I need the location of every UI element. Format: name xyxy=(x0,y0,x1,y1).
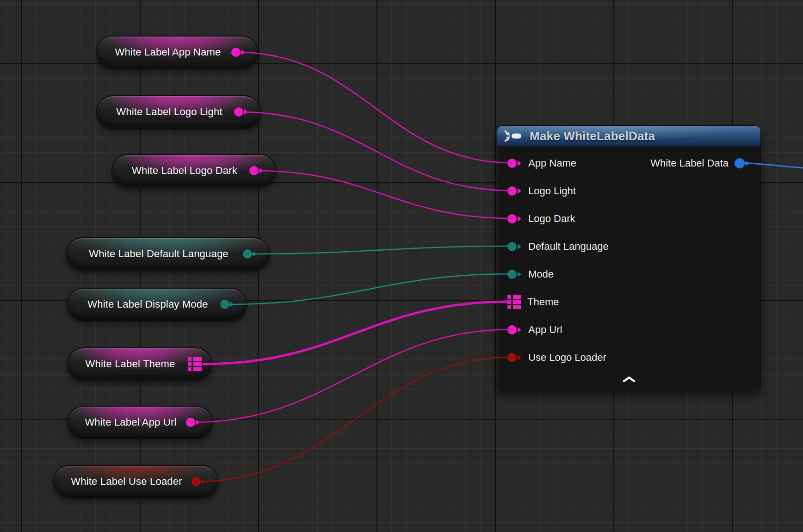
pin-row: App Url xyxy=(497,316,760,344)
variable-node-white-label-theme[interactable]: White Label Theme xyxy=(67,347,212,381)
pin-row: Use Logo Loader xyxy=(497,344,760,371)
input-pin-enum-icon[interactable] xyxy=(507,241,522,252)
input-pin-string-icon[interactable] xyxy=(507,158,522,168)
variable-node-label: White Label Logo Dark xyxy=(132,165,237,177)
variable-node-white-label-display-mode[interactable]: White Label Display Mode xyxy=(67,288,247,321)
input-pin-enum-icon[interactable] xyxy=(507,269,522,279)
input-pin-struct-icon[interactable] xyxy=(507,295,521,309)
make-struct-icon xyxy=(504,130,524,142)
variable-node-white-label-default-language[interactable]: White Label Default Language xyxy=(66,237,270,271)
wire-use-loader[interactable] xyxy=(198,357,512,482)
node-header[interactable]: Make WhiteLabelData xyxy=(497,126,760,147)
input-pin-string-icon[interactable] xyxy=(507,325,522,335)
wire-display-mode[interactable] xyxy=(227,274,512,304)
variable-node-label: White Label Theme xyxy=(86,358,175,370)
output-pin-bool-icon[interactable] xyxy=(191,476,206,487)
wire-default-language[interactable] xyxy=(249,246,512,254)
output-pin-string-icon[interactable] xyxy=(249,166,264,176)
input-pin-label: App Url xyxy=(528,324,562,336)
pin-row: Mode xyxy=(497,260,760,288)
variable-node-white-label-logo-dark[interactable]: White Label Logo Dark xyxy=(111,154,276,187)
pin-row: Logo Light xyxy=(497,177,760,205)
input-pin-bool-icon[interactable] xyxy=(507,353,522,363)
output-pin-string-icon[interactable] xyxy=(234,107,249,117)
chevron-up-icon xyxy=(623,377,635,382)
variable-node-label: White Label App Url xyxy=(85,416,176,428)
variable-node-label: White Label App Name xyxy=(115,46,221,58)
variable-node-white-label-logo-light[interactable]: White Label Logo Light xyxy=(96,95,261,129)
wire-app-name[interactable] xyxy=(238,52,512,163)
variable-node-white-label-use-loader[interactable]: White Label Use Loader xyxy=(53,465,218,498)
wire-theme[interactable] xyxy=(203,302,510,364)
output-pin-string-icon[interactable] xyxy=(186,417,201,427)
input-pin-string-icon[interactable] xyxy=(507,186,522,196)
input-pin-label: App Name xyxy=(528,157,576,169)
output-pin-struct-data-icon[interactable] xyxy=(735,158,750,169)
output-pin-label: White Label Data xyxy=(650,157,729,169)
output-pin-enum-icon[interactable] xyxy=(243,249,258,259)
make-whitelabeldata-node[interactable]: Make WhiteLabelData App Name White Label… xyxy=(497,125,761,391)
pin-row: Default Language xyxy=(497,233,760,260)
node-title: Make WhiteLabelData xyxy=(530,129,655,143)
collapse-button[interactable] xyxy=(497,371,760,387)
output-pin-string-icon[interactable] xyxy=(231,47,246,57)
wire-app-url[interactable] xyxy=(192,329,512,422)
output-pin-enum-icon[interactable] xyxy=(220,299,235,309)
pin-row: App Name White Label Data xyxy=(497,149,760,177)
input-pin-string-icon[interactable] xyxy=(507,214,522,224)
node-body: App Name White Label Data Logo Light xyxy=(497,147,760,391)
variable-node-label: White Label Default Language xyxy=(89,248,229,260)
blueprint-canvas[interactable]: White Label App Name White Label Logo Li… xyxy=(0,0,803,532)
input-pin-label: Theme xyxy=(527,296,559,308)
wire-logo-dark[interactable] xyxy=(256,171,512,218)
wire-logo-light[interactable] xyxy=(241,112,512,191)
input-pin-label: Default Language xyxy=(528,241,609,253)
pin-row: Logo Dark xyxy=(497,205,760,233)
variable-node-label: White Label Logo Light xyxy=(116,106,222,118)
input-pin-label: Mode xyxy=(528,268,554,280)
output-pin-struct-icon[interactable] xyxy=(188,357,202,371)
variable-node-white-label-app-name[interactable]: White Label App Name xyxy=(96,36,258,69)
input-pin-label: Use Logo Loader xyxy=(528,352,606,364)
input-pin-label: Logo Dark xyxy=(528,213,575,225)
variable-node-white-label-app-url[interactable]: White Label App Url xyxy=(67,406,213,439)
input-pin-label: Logo Light xyxy=(528,185,576,197)
variable-node-label: White Label Use Loader xyxy=(71,476,182,488)
pin-row: Theme xyxy=(497,288,760,316)
variable-node-label: White Label Display Mode xyxy=(87,298,208,310)
